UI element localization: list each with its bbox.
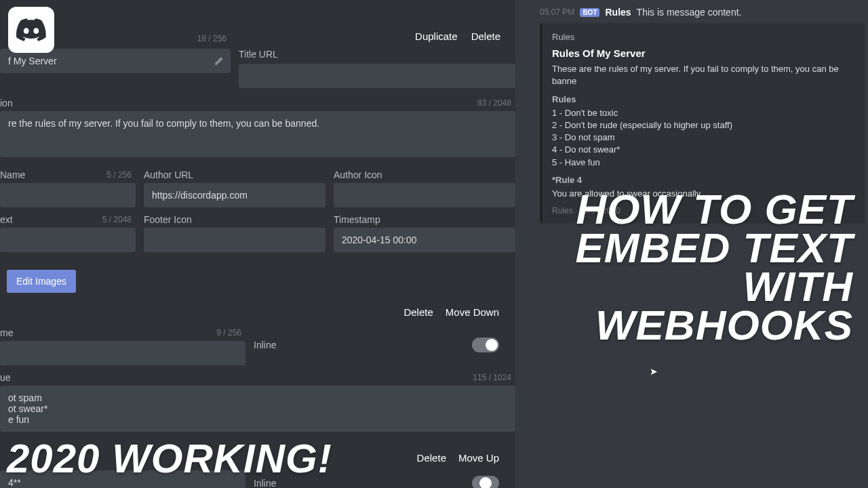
thumbnail-text-right: HOW TO GET EMBED TEXT WITH WEBHOOKS bbox=[575, 190, 853, 344]
title-url-label: Title URL bbox=[239, 49, 515, 60]
eyedropper-icon[interactable] bbox=[214, 56, 224, 66]
footer-icon-input[interactable] bbox=[144, 228, 326, 252]
embed-actions: Duplicate Delete bbox=[0, 0, 515, 49]
description-input[interactable]: re the rules of my server. If you fail t… bbox=[0, 111, 515, 157]
footer-text-label: ext bbox=[0, 214, 13, 225]
delete-button[interactable]: Delete bbox=[471, 30, 500, 42]
duplicate-button[interactable]: Duplicate bbox=[415, 30, 458, 42]
message-header: 05:07 PM BOT Rules This is message conte… bbox=[540, 0, 868, 22]
message-time: 05:07 PM bbox=[540, 7, 574, 17]
field1-value-label: ue bbox=[0, 372, 11, 383]
bot-tag: BOT bbox=[580, 8, 599, 17]
image-buttons-row: Edit Images bbox=[0, 256, 515, 293]
field2-delete-button[interactable]: Delete bbox=[417, 452, 446, 464]
title-url-input[interactable] bbox=[239, 64, 515, 88]
discord-icon bbox=[16, 15, 46, 45]
edit-images-button[interactable]: Edit Images bbox=[7, 270, 76, 293]
author-url-label: Author URL bbox=[144, 169, 193, 180]
footer-text-input[interactable] bbox=[0, 228, 136, 252]
field2-move-up-button[interactable]: Move Up bbox=[458, 452, 499, 464]
field1-actions: Delete Move Down bbox=[0, 293, 515, 325]
author-icon-label: Author Icon bbox=[334, 169, 382, 180]
cursor-icon: ➤ bbox=[650, 366, 658, 377]
thumbnail-text-left: 2020 WORKING! bbox=[7, 440, 332, 477]
field1-value-input[interactable]: ot spam ot swear* e fun bbox=[0, 386, 515, 432]
message-content: This is message content. bbox=[637, 7, 742, 18]
embed-field1-name: Rules bbox=[552, 94, 854, 106]
author-icon-input[interactable] bbox=[334, 183, 515, 207]
field1-name-input[interactable] bbox=[0, 341, 245, 365]
description-counter: 83 / 2048 bbox=[477, 98, 511, 108]
footer-text-counter: 5 / 2048 bbox=[102, 215, 132, 224]
message-username: Rules bbox=[605, 7, 631, 18]
embed-description: These are the rules of my server. If you… bbox=[552, 63, 854, 87]
field1-name-counter: 9 / 256 bbox=[216, 328, 241, 338]
author-url-input[interactable] bbox=[144, 183, 326, 207]
author-name-label: Name bbox=[0, 169, 25, 180]
timestamp-input[interactable] bbox=[334, 228, 515, 252]
embed-author: Rules bbox=[552, 31, 854, 43]
description-label: ion bbox=[0, 98, 13, 108]
embed-editor-panel: Duplicate Delete 18 / 256 Title URL ion … bbox=[0, 0, 515, 488]
field2-inline-toggle[interactable] bbox=[472, 476, 499, 488]
discord-logo bbox=[8, 7, 54, 53]
field1-delete-button[interactable]: Delete bbox=[403, 306, 433, 318]
title-counter: 18 / 256 bbox=[197, 34, 226, 43]
footer-icon-label: Footer Icon bbox=[144, 214, 192, 225]
embed-title: Rules Of My Server bbox=[552, 46, 854, 60]
timestamp-label: Timestamp bbox=[334, 214, 380, 225]
author-name-counter: 5 / 256 bbox=[106, 170, 132, 180]
title-field-col: 18 / 256 bbox=[0, 49, 231, 88]
field1-inline-label: Inline bbox=[254, 340, 276, 350]
embed-field1-value: 1 - Don't be toxic 2 - Don't be rude (es… bbox=[552, 107, 854, 169]
field1-inline-toggle[interactable] bbox=[472, 338, 499, 352]
embed-field2-name: *Rule 4 bbox=[552, 174, 854, 186]
field1-value-counter: 115 / 1024 bbox=[473, 373, 511, 382]
title-url-col: Title URL bbox=[239, 49, 515, 88]
field1-name-label: me bbox=[0, 327, 13, 338]
author-name-input[interactable] bbox=[0, 183, 136, 207]
field1-move-down-button[interactable]: Move Down bbox=[446, 306, 499, 318]
